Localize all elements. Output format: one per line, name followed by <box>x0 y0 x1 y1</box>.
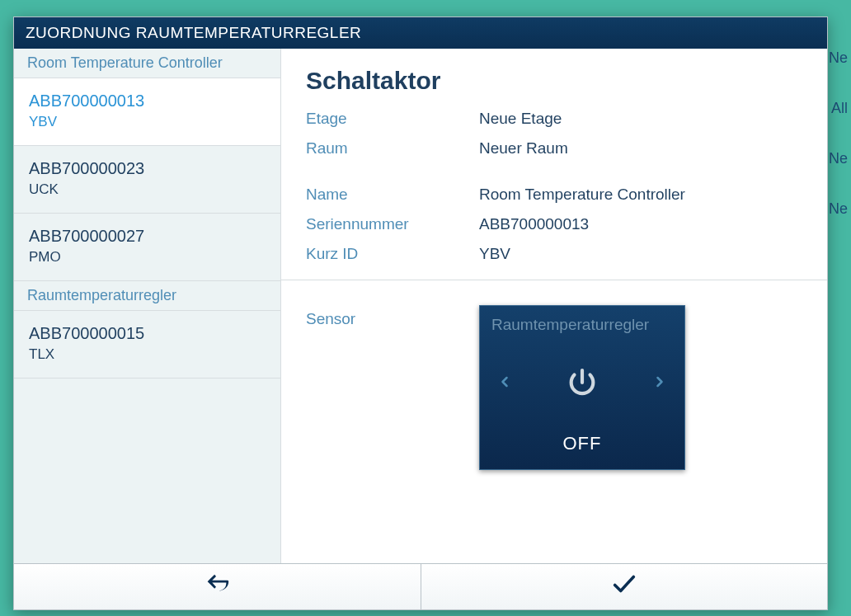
sensor-state: OFF <box>491 421 673 469</box>
device-serial: ABB700000015 <box>29 324 266 343</box>
sidebar-item-abb700000023[interactable]: ABB700000023 UCK <box>14 146 280 214</box>
back-arrow-icon <box>203 570 231 604</box>
back-button[interactable] <box>14 564 421 609</box>
background-partial-labels: Ne All Ne Ne <box>829 49 851 251</box>
value-etage: Neue Etage <box>479 110 562 128</box>
divider <box>281 280 827 280</box>
value-seriennummer: ABB700000013 <box>479 215 589 233</box>
device-short-id: YBV <box>29 114 266 130</box>
sidebar-item-abb700000013[interactable]: ABB700000013 YBV <box>14 78 280 146</box>
value-raum: Neuer Raum <box>479 139 568 158</box>
sidebar-item-abb700000027[interactable]: ABB700000027 PMO <box>14 214 280 281</box>
sensor-prev-icon[interactable] <box>491 366 518 399</box>
sensor-tile-title: Raumtemperaturregler <box>491 316 673 334</box>
value-kurz-id: YBV <box>479 245 510 263</box>
dialog-footer <box>14 563 827 609</box>
value-name: Room Temperature Controller <box>479 186 685 204</box>
device-short-id: TLX <box>29 346 266 363</box>
dialog-title: ZUORDNUNG RAUMTEMPERATURREGLER <box>14 17 827 49</box>
device-serial: ABB700000023 <box>29 159 266 178</box>
confirm-button[interactable] <box>421 564 828 609</box>
sensor-tile[interactable]: Raumtemperaturregler OFF <box>479 305 685 470</box>
detail-panel: Schaltaktor Etage Neue Etage Raum Neuer … <box>281 49 827 563</box>
device-short-id: UCK <box>29 181 266 198</box>
device-serial: ABB700000013 <box>29 92 266 111</box>
label-kurz-id: Kurz ID <box>306 245 479 263</box>
device-serial: ABB700000027 <box>29 227 266 246</box>
label-sensor: Sensor <box>306 305 479 328</box>
check-icon <box>610 570 638 604</box>
sensor-next-icon[interactable] <box>646 366 673 399</box>
assignment-dialog: ZUORDNUNG RAUMTEMPERATURREGLER Room Temp… <box>13 16 828 610</box>
label-raum: Raum <box>306 139 479 158</box>
sidebar-section-header-raumtemp: Raumtemperaturregler <box>14 281 280 311</box>
detail-title: Schaltaktor <box>306 67 802 95</box>
device-short-id: PMO <box>29 249 266 266</box>
sidebar-section-header-rtc: Room Temperature Controller <box>14 49 280 78</box>
label-name: Name <box>306 186 479 204</box>
label-seriennummer: Seriennummer <box>306 215 479 233</box>
label-etage: Etage <box>306 110 479 128</box>
device-sidebar: Room Temperature Controller ABB700000013… <box>14 49 281 563</box>
sidebar-item-abb700000015[interactable]: ABB700000015 TLX <box>14 311 280 379</box>
power-icon[interactable] <box>564 364 600 401</box>
